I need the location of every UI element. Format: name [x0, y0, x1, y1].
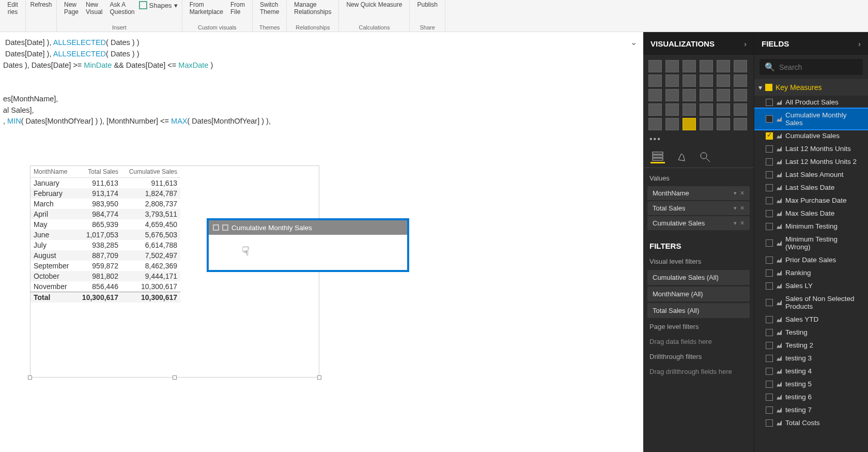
field-item[interactable]: Sales LY [754, 279, 868, 292]
viz-type-icon[interactable] [700, 103, 713, 116]
formula-bar[interactable]: Dates[Date] ), ALLSELECTED( Dates ) ) Da… [0, 32, 643, 130]
field-checkbox[interactable] [766, 282, 773, 290]
field-well[interactable]: Cumulative Sales▾✕ [647, 216, 750, 230]
field-item[interactable]: All Product Sales [754, 96, 868, 109]
filter-item[interactable]: Total Sales (All) [647, 303, 750, 318]
remove-icon[interactable]: ✕ [740, 205, 745, 212]
viz-type-icon[interactable] [648, 118, 662, 130]
field-checkbox[interactable] [766, 158, 773, 165]
field-item[interactable]: Minimum Testing [754, 220, 868, 233]
viz-type-icon[interactable] [665, 89, 679, 101]
field-item[interactable]: Testing 2 [754, 339, 868, 352]
field-checkbox[interactable] [766, 257, 773, 264]
dropdown-icon[interactable]: ▾ [734, 205, 737, 212]
drag-hint[interactable]: Drag drillthrough fields here [643, 364, 754, 380]
new-visual-button[interactable]: New Visual [83, 1, 105, 16]
field-checkbox[interactable] [766, 210, 773, 217]
remove-icon[interactable]: ✕ [740, 220, 745, 227]
viz-type-icon[interactable] [648, 103, 662, 116]
collapse-formula-icon[interactable]: ⌄ [630, 37, 637, 47]
field-item[interactable]: Max Sales Date [754, 207, 868, 220]
table-key-measures[interactable]: ▾ Key Measures [754, 79, 868, 96]
resize-handle[interactable] [173, 375, 177, 380]
resize-handle[interactable] [317, 375, 321, 380]
viz-type-icon[interactable] [648, 89, 662, 101]
viz-type-icon[interactable] [734, 60, 747, 72]
field-checkbox[interactable] [766, 145, 773, 153]
field-checkbox[interactable] [766, 132, 773, 140]
fields-search[interactable]: 🔍 [760, 59, 863, 75]
from-file-button[interactable]: From File [227, 1, 248, 16]
viz-type-icon[interactable] [717, 89, 730, 101]
filter-item[interactable]: MonthName (All) [647, 287, 750, 302]
field-item[interactable]: Max Purchase Date [754, 194, 868, 207]
resize-handle[interactable] [28, 375, 32, 380]
table-row[interactable]: July938,2856,614,788 [30, 240, 180, 250]
fields-header[interactable]: FIELDS› [754, 32, 868, 55]
field-item[interactable]: Testing [754, 326, 868, 339]
viz-type-icon[interactable] [665, 60, 679, 72]
field-item[interactable]: testing 7 [754, 403, 868, 416]
table-row[interactable]: May865,9394,659,450 [30, 219, 180, 230]
field-checkbox[interactable] [766, 381, 773, 388]
table-row[interactable]: August887,7097,502,497 [30, 250, 180, 261]
viz-type-icon[interactable] [717, 60, 730, 72]
table-row[interactable]: November856,44610,300,617 [30, 281, 180, 292]
field-checkbox[interactable] [766, 329, 773, 336]
search-input[interactable] [779, 63, 868, 71]
field-checkbox[interactable] [766, 115, 773, 123]
ask-question-button[interactable]: Ask A Question [107, 1, 138, 16]
viz-type-icon[interactable] [683, 118, 696, 130]
viz-type-icon[interactable] [700, 74, 713, 87]
viz-type-icon[interactable] [683, 89, 696, 101]
report-canvas[interactable]: ⌄ Dates[Date] ), ALLSELECTED( Dates ) ) … [0, 32, 643, 452]
field-item[interactable]: Last 12 Months Units [754, 142, 868, 155]
column-header[interactable]: MonthName [30, 166, 75, 178]
refresh-button[interactable]: Refresh [27, 1, 55, 8]
field-checkbox[interactable] [766, 184, 773, 191]
field-item[interactable]: Prior Date Sales [754, 253, 868, 266]
shapes-dropdown[interactable]: Shapes▾ [139, 1, 178, 9]
field-item[interactable]: Last Sales Amount [754, 168, 868, 181]
field-checkbox[interactable] [766, 197, 773, 204]
table-row[interactable]: March983,9502,808,737 [30, 199, 180, 209]
viz-type-icon[interactable] [734, 118, 747, 130]
field-checkbox[interactable] [766, 239, 773, 247]
field-item[interactable]: testing 3 [754, 352, 868, 365]
viz-type-icon[interactable] [648, 74, 662, 87]
field-well[interactable]: MonthName▾✕ [647, 186, 750, 200]
table-row[interactable]: February913,1741,824,787 [30, 188, 180, 199]
field-item[interactable]: testing 5 [754, 378, 868, 390]
dropdown-icon[interactable]: ▾ [734, 190, 737, 197]
column-header[interactable]: Total Sales [75, 166, 121, 178]
field-checkbox[interactable] [766, 269, 773, 277]
field-checkbox[interactable] [766, 394, 773, 401]
visualizations-header[interactable]: VISUALIZATIONS› [643, 32, 754, 55]
field-checkbox[interactable] [766, 355, 773, 362]
field-item[interactable]: testing 6 [754, 390, 868, 403]
field-item[interactable]: Sales of Non Selected Products [754, 292, 868, 313]
drag-hint[interactable]: Drag data fields here [643, 334, 754, 350]
viz-type-icon[interactable] [717, 74, 730, 87]
new-quick-measure-button[interactable]: New Quick Measure [343, 1, 405, 8]
from-marketplace-button[interactable]: From Marketplace [187, 1, 226, 16]
field-item[interactable]: Total Costs [754, 416, 868, 429]
field-checkbox[interactable] [766, 342, 773, 349]
remove-icon[interactable]: ✕ [740, 190, 745, 197]
table-row[interactable]: October981,8029,444,171 [30, 271, 180, 281]
viz-type-icon[interactable] [717, 103, 730, 116]
viz-type-icon[interactable] [648, 60, 662, 72]
table-row[interactable]: January911,613911,613 [30, 178, 180, 189]
field-item[interactable]: Last 12 Months Units 2 [754, 155, 868, 168]
edit-queries-button[interactable]: Editries [4, 1, 21, 16]
viz-type-icon[interactable] [683, 60, 696, 72]
field-checkbox[interactable] [766, 419, 773, 427]
field-item[interactable]: Cumulative Sales [754, 129, 868, 142]
field-item[interactable]: Ranking [754, 266, 868, 279]
filter-item[interactable]: Cumulative Sales (All) [647, 270, 750, 285]
viz-type-icon[interactable] [683, 103, 696, 116]
viz-type-icon[interactable] [665, 118, 679, 130]
switch-theme-button[interactable]: Switch Theme [257, 1, 282, 16]
dropdown-icon[interactable]: ▾ [734, 220, 737, 227]
table-row[interactable]: September959,8728,462,369 [30, 261, 180, 271]
